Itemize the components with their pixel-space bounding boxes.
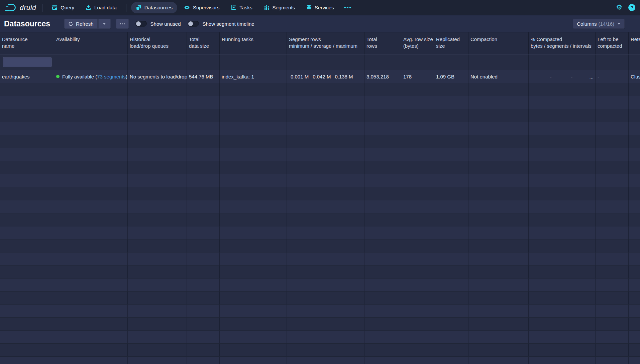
- cell-total_size: [187, 135, 220, 148]
- column-header-left_to_compact[interactable]: Left to becompacted: [596, 32, 629, 54]
- cell-availability: [54, 54, 128, 70]
- show-unused-toggle-track[interactable]: [135, 21, 147, 27]
- show-segment-timeline-label[interactable]: Show segment timeline: [203, 21, 254, 27]
- cell-compaction: [468, 318, 529, 330]
- cell-replicated_size: [434, 187, 468, 200]
- more-options-button[interactable]: [116, 19, 129, 29]
- column-header-running_tasks[interactable]: Running tasks: [220, 32, 287, 54]
- show-unused-toggle[interactable]: Show unused: [135, 21, 181, 27]
- cell-running_tasks: [220, 252, 287, 265]
- cell-pct_compacted: [529, 252, 596, 265]
- cell-retention: [629, 331, 640, 343]
- show-unused-label[interactable]: Show unused: [150, 21, 181, 27]
- cell-total_size: [187, 226, 220, 239]
- column-header-availability[interactable]: Availability: [54, 32, 128, 54]
- cell-pct_compacted: [529, 239, 596, 252]
- cell-name: [0, 174, 54, 187]
- column-header-retention[interactable]: Retention: [629, 32, 640, 54]
- cell-left_to_compact: [596, 292, 629, 304]
- cell-segment_rows: [287, 226, 364, 239]
- nav-item-datasources[interactable]: Datasources: [131, 2, 177, 13]
- column-header-avg_row_size[interactable]: Avg. row size(bytes): [401, 32, 434, 54]
- cell-pct_compacted: [529, 54, 596, 70]
- cell-pct_compacted: [529, 122, 596, 135]
- cell-segment_rows: [287, 292, 364, 304]
- cell-load_drop: [128, 279, 187, 291]
- cell-compaction: [468, 83, 529, 96]
- pct-compacted-value: -: [531, 74, 552, 79]
- nav-more-button[interactable]: •••: [341, 2, 355, 13]
- empty-row: [0, 122, 640, 135]
- cell-running_tasks: [220, 96, 287, 109]
- cell-replicated_size: [434, 148, 468, 161]
- cell-left_to_compact: [596, 122, 629, 135]
- cell-name: [0, 83, 54, 96]
- nav-item-label: Load data: [94, 5, 117, 10]
- cell-retention: [629, 265, 640, 278]
- cell-name: [0, 200, 54, 213]
- cell-pct_compacted: [529, 161, 596, 174]
- cell-total_size: [187, 161, 220, 174]
- column-header-total_rows[interactable]: Totalrows: [364, 32, 401, 54]
- druid-logo[interactable]: druid: [5, 3, 37, 13]
- table-body: earthquakesFully available (73 segments)…: [0, 54, 640, 364]
- settings-gear-icon[interactable]: ⚙: [616, 4, 622, 11]
- cell-pct_compacted: [529, 174, 596, 187]
- cell-running_tasks: [220, 344, 287, 356]
- cell-name: [0, 161, 54, 174]
- cell-avg_row_size: [401, 187, 434, 200]
- cell-name: [0, 292, 54, 304]
- cell-retention: [629, 122, 640, 135]
- empty-row: [0, 135, 640, 148]
- nav-item-query[interactable]: Query: [47, 2, 79, 13]
- cell-retention: [629, 226, 640, 239]
- cell-total_rows: 3,053,218: [364, 70, 401, 83]
- cell-compaction: [468, 305, 529, 317]
- column-header-segment_rows[interactable]: Segment rowsminimum / average / maximum: [287, 32, 364, 54]
- refresh-button[interactable]: Refresh: [64, 19, 98, 29]
- cell-availability: [54, 96, 128, 109]
- datasource-name-filter-input[interactable]: [3, 57, 51, 67]
- show-segment-timeline-toggle-track[interactable]: [188, 21, 199, 27]
- cell-name: earthquakes: [0, 70, 54, 83]
- cell-segment_rows: [287, 344, 364, 356]
- help-icon[interactable]: ?: [628, 4, 635, 11]
- column-header-total_size[interactable]: Totaldata size: [187, 32, 220, 54]
- column-header-replicated_size[interactable]: Replicatedsize: [434, 32, 468, 54]
- cell-replicated_size: [434, 344, 468, 356]
- cell-total_rows: [364, 331, 401, 343]
- nav-item-load-data[interactable]: Load data: [81, 2, 121, 13]
- cell-running_tasks: [220, 148, 287, 161]
- column-header-load_drop[interactable]: Historicalload/drop queues: [128, 32, 187, 54]
- cell-load_drop: [128, 331, 187, 343]
- empty-row: [0, 161, 640, 174]
- cell-compaction: [468, 252, 529, 265]
- cell-running_tasks: [220, 292, 287, 304]
- column-header-compaction[interactable]: Compaction: [468, 32, 529, 54]
- columns-button[interactable]: Columns (14/16): [573, 19, 625, 29]
- nav-item-tasks[interactable]: Tasks: [226, 2, 257, 13]
- cell-availability: [54, 265, 128, 278]
- cell-load_drop: [128, 252, 187, 265]
- nav-item-segments[interactable]: Segments: [259, 2, 300, 13]
- cell-avg_row_size: [401, 265, 434, 278]
- cell-avg_row_size: [401, 239, 434, 252]
- cell-name: [0, 54, 54, 70]
- cell-total_rows: [364, 174, 401, 187]
- show-segment-timeline-toggle[interactable]: Show segment timeline: [188, 21, 254, 27]
- cell-total_rows: [364, 148, 401, 161]
- cell-availability: [54, 83, 128, 96]
- segments-count-link[interactable]: 73 segments: [97, 74, 126, 79]
- cell-compaction: [468, 148, 529, 161]
- refresh-dropdown-caret[interactable]: [98, 19, 111, 29]
- cell-avg_row_size: 178: [401, 70, 434, 83]
- cell-compaction: [468, 344, 529, 356]
- nav-item-services[interactable]: Services: [302, 2, 339, 13]
- cell-retention: [629, 305, 640, 317]
- cell-name: [0, 213, 54, 226]
- column-header-pct_compacted[interactable]: % Compactedbytes / segments / intervals: [529, 32, 596, 54]
- column-header-name[interactable]: Datasourcename: [0, 32, 54, 54]
- cell-left_to_compact: [596, 148, 629, 161]
- datasource-row[interactable]: earthquakesFully available (73 segments)…: [0, 70, 640, 83]
- nav-item-supervisors[interactable]: Supervisors: [179, 2, 224, 13]
